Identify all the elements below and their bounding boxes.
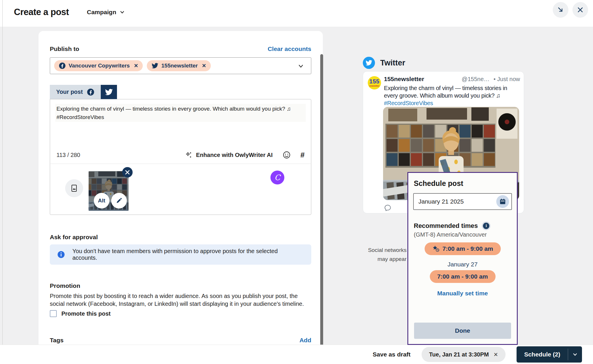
publish-to-label: Publish to	[50, 45, 79, 52]
account-chip-twitter[interactable]: 155newsletter ✕	[147, 60, 211, 71]
recommended-times-row: Recommended times i	[414, 222, 490, 230]
facebook-icon	[59, 62, 66, 69]
star-clock-icon	[432, 245, 440, 252]
reply-icon	[384, 204, 391, 212]
tweet-text: Exploring the charm of vinyl — timeless …	[384, 84, 521, 107]
approval-message: You don't have team members with permiss…	[72, 248, 304, 261]
tweet-account-name: 155newsletter	[384, 76, 424, 83]
open-calendar-button[interactable]	[496, 195, 509, 208]
pencil-icon	[116, 197, 122, 204]
account-name: Vancouver Copywriters	[69, 63, 130, 69]
calendar-icon	[499, 198, 506, 205]
schedule-post-modal: Schedule post January 21 2025 Recommende…	[407, 172, 518, 345]
edit-media-button[interactable]	[111, 193, 127, 208]
account-name: 155newsletter	[161, 63, 198, 69]
post-text[interactable]: Exploring the charm of vinyl — timeless …	[55, 104, 306, 122]
schedule-date-value: January 21 2025	[418, 198, 464, 205]
info-glyph: i	[483, 223, 489, 229]
page-title: Create a post	[14, 7, 69, 17]
composer-panel: Publish to Clear accounts Vancouver Copy…	[39, 31, 323, 345]
minimize-button[interactable]	[553, 2, 568, 18]
promotion-description: Promote this post by boosting it to reac…	[50, 292, 305, 308]
image-icon	[70, 184, 78, 193]
tags-add-link[interactable]: Add	[299, 337, 311, 344]
slot-time-label: 7:00 am - 9:00 am	[442, 245, 493, 252]
twitter-icon	[105, 88, 113, 96]
enhance-owlywriter-button[interactable]: Enhance with OwlyWriter AI	[185, 151, 273, 159]
close-icon	[577, 6, 584, 13]
info-icon	[57, 251, 65, 258]
twitter-logo-icon	[363, 57, 375, 69]
tags-title: Tags	[50, 337, 63, 344]
schedule-options-caret[interactable]	[568, 346, 582, 363]
recommended-times-info-icon[interactable]: i	[482, 222, 490, 230]
recommended-slot-2[interactable]: 7:00 am - 9:00 am	[430, 270, 495, 283]
tweet-timestamp: • Just now	[494, 76, 520, 83]
campaign-dropdown[interactable]: Campaign	[87, 9, 125, 16]
account-chip-facebook[interactable]: Vancouver Copywriters ✕	[54, 60, 143, 71]
editor-toolbar: 113 / 280 Enhance with OwlyWriter AI #	[56, 149, 305, 161]
canva-avatar[interactable]: C	[270, 171, 284, 184]
preview-network-title: Twitter	[380, 58, 405, 67]
schedule-date-input[interactable]: January 21 2025	[413, 193, 512, 210]
chevron-down-icon	[119, 9, 125, 15]
schedule-post-title: Schedule post	[414, 179, 463, 188]
done-button[interactable]: Done	[414, 323, 511, 339]
enhance-label: Enhance with OwlyWriter AI	[196, 152, 273, 158]
account-select[interactable]: Vancouver Copywriters ✕ 155newsletter ✕	[50, 57, 311, 74]
tab-your-post[interactable]: Your post	[50, 85, 101, 99]
remove-media-button[interactable]	[122, 167, 133, 178]
promote-post-label: Promote this post	[61, 310, 111, 317]
schedule-button-label: Schedule (2)	[517, 346, 568, 363]
recommended-date-2: January 27	[408, 261, 517, 268]
post-text-editor[interactable]: Exploring the charm of vinyl — timeless …	[50, 99, 311, 215]
chevron-down-icon[interactable]	[298, 63, 304, 69]
remove-account-icon[interactable]: ✕	[202, 63, 206, 69]
editor-divider	[50, 164, 311, 164]
add-media-button[interactable]	[65, 179, 83, 197]
sparkles-icon	[185, 151, 193, 159]
composer-scrollbar[interactable]	[320, 54, 323, 345]
create-post-dialog: Create a post Campaign Publish to Clear …	[0, 0, 593, 364]
alt-text-button[interactable]: Alt	[94, 193, 109, 208]
tweet-hashtag-link: #RecordStoreVibes	[384, 100, 433, 106]
emoji-picker-button[interactable]	[283, 151, 291, 159]
schedule-button[interactable]: Schedule (2)	[517, 346, 582, 363]
remove-time-icon[interactable]: ✕	[493, 351, 498, 358]
slot-time-label: 7:00 am - 9:00 am	[437, 273, 488, 280]
tab-label: Your post	[56, 89, 83, 95]
save-as-draft-button[interactable]: Save as draft	[373, 351, 411, 358]
ask-for-approval-title: Ask for approval	[50, 234, 98, 241]
underlay-edge-divider	[2, 0, 3, 345]
manually-set-time-link[interactable]: Manually set time	[408, 290, 517, 297]
scheduled-time-pill[interactable]: Tue, Jan 21 at 3:30PM ✕	[422, 347, 506, 362]
footer-bar: Save as draft Tue, Jan 21 at 3:30PM ✕ Sc…	[0, 345, 593, 364]
arrow-down-right-icon	[557, 6, 564, 13]
tweet-avatar: 155 newsletter	[368, 76, 381, 89]
composer-tabs: Your post	[50, 85, 117, 99]
disclaimer-line: may appear	[368, 255, 407, 264]
preview-disclaimer: Social networks may appear	[368, 246, 407, 264]
remove-account-icon[interactable]: ✕	[134, 63, 138, 69]
dialog-header: Create a post Campaign	[0, 0, 593, 27]
scheduled-time-label: Tue, Jan 21 at 3:30PM	[429, 351, 489, 358]
post-hashtag-line: #RecordStoreVibes	[56, 113, 305, 121]
media-thumbnail[interactable]: Alt	[89, 171, 129, 211]
promote-post-checkbox[interactable]	[50, 310, 57, 317]
clear-accounts-link[interactable]: Clear accounts	[268, 45, 311, 52]
disclaimer-line: Social networks	[368, 246, 407, 255]
tab-twitter[interactable]	[101, 85, 117, 99]
tweet-handle: @155ne…	[462, 76, 490, 83]
promote-post-row: Promote this post	[50, 310, 111, 317]
hashtag-button[interactable]: #	[301, 151, 305, 160]
twitter-icon	[151, 62, 158, 69]
close-dialog-button[interactable]	[572, 2, 588, 18]
post-text-line: Exploring the charm of vinyl — timeless …	[56, 105, 305, 113]
promotion-title: Promotion	[50, 282, 80, 289]
timezone-label: (GMT-8) America/Vancouver	[414, 231, 487, 238]
preview-network-header: Twitter	[363, 57, 405, 69]
recommended-slot-1[interactable]: 7:00 am - 9:00 am	[424, 242, 501, 255]
tweet-body: Exploring the charm of vinyl — timeless …	[384, 85, 507, 99]
tweet-header: 155newsletter @155ne… • Just now	[384, 76, 520, 83]
character-count: 113 / 280	[56, 152, 80, 158]
